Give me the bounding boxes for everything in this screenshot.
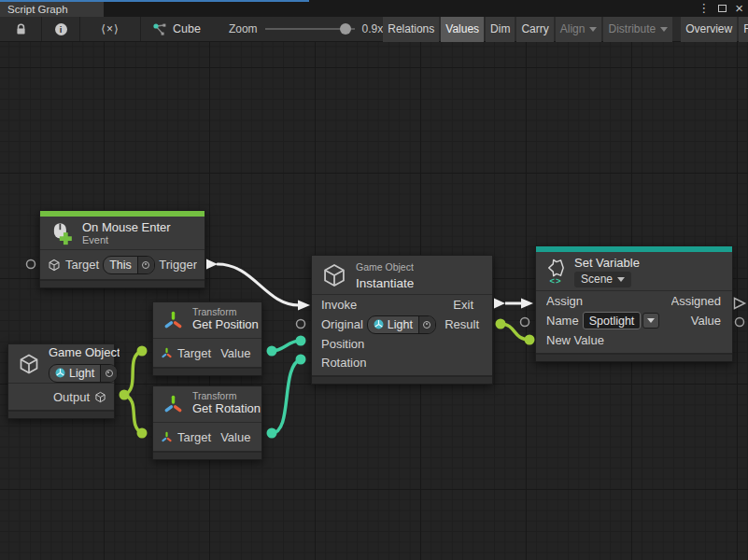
full-screen-button[interactable]: Full Screen [739,17,748,42]
name-port-label: Name [546,314,579,328]
mouse-enter-icon [49,221,74,245]
toolbar-separator [140,17,141,41]
scope-value: Scene [581,273,613,286]
node-get-position[interactable]: Transform Get Position Target Value [152,301,262,376]
node-on-mouse-enter[interactable]: On Mouse Enter Event Target This Trigger [39,210,205,288]
distribute-button[interactable]: Distribute [603,17,672,42]
zoom-value: 0.9x [362,22,384,35]
unity-variable-icon: <> [545,259,566,285]
window-controls: ⋮ × [698,1,743,16]
relations-button[interactable]: Relations [383,17,439,42]
trigger-port-label: Trigger [159,258,197,272]
zoom-control: Zoom 0.9x [229,22,383,35]
chevron-down-icon[interactable] [642,313,659,329]
object-picker-icon[interactable] [100,365,117,382]
node-category: Transform [192,306,259,317]
carry-button[interactable]: Carry [516,17,553,42]
node-title: Instantiate [356,276,414,290]
game-object-icon [18,353,40,375]
lock-icon [15,23,27,35]
graph-nodes-icon [152,22,167,36]
transform-icon [162,394,184,415]
node-footer [8,410,114,418]
node-subtitle: Event [82,234,171,245]
info-button[interactable]: i [42,17,79,41]
original-field-value: Light [388,318,413,331]
object-picker-icon[interactable] [418,316,435,333]
overview-button[interactable]: Overview [681,17,737,42]
variable-name-dropdown[interactable]: Spotlight [583,312,660,329]
transform-icon [162,310,184,331]
chevron-down-icon [660,27,668,32]
variable-scope-dropdown[interactable]: Scene [574,272,631,287]
game-object-icon [321,262,347,288]
game-object-icon [94,391,106,403]
unity-object-icon [374,319,384,329]
tab-bar: Script Graph ⋮ × [0,0,748,17]
new-value-port-label: New Value [546,333,604,347]
node-instantiate[interactable]: Game Object Instantiate Invoke Exit Orig… [311,255,493,385]
value-port-label: Value [691,314,721,328]
values-button[interactable]: Values [441,17,484,42]
result-port-label: Result [445,317,479,331]
node-set-variable[interactable]: <> Set Variable Scene Assign Assigned Na… [535,245,733,362]
rotation-port-label: Rotation [321,356,366,370]
script-graph-window: { "window": { "tab_title": "Script Graph… [0,0,748,560]
zoom-slider-handle[interactable] [340,23,351,35]
code-view-button[interactable]: ⟨×⟩ [80,17,140,41]
node-footer [153,451,261,459]
value-port-label: Value [220,430,250,444]
node-footer [153,367,261,375]
original-port-label: Original [321,317,363,331]
node-footer [536,353,732,361]
code-icon: ⟨×⟩ [101,22,119,35]
target-port-label: Target [65,258,99,272]
assigned-port-label: Assigned [671,294,721,308]
dim-button[interactable]: Dim [486,17,515,42]
original-object-field[interactable]: Light [367,315,436,334]
lock-button[interactable] [0,17,41,41]
position-port-label: Position [321,337,364,351]
zoom-slider[interactable] [265,28,355,30]
graph-toolbar: i ⟨×⟩ Cube Zoom 0.9x Relations Values Di… [0,17,748,42]
transform-icon [161,431,173,443]
output-port-label: Output [53,390,90,404]
chevron-down-icon [617,277,625,282]
graph-breadcrumb[interactable]: Cube [152,22,201,36]
node-title: Get Position [192,317,259,331]
node-get-rotation[interactable]: Transform Get Rotation Target Value [152,385,262,460]
game-object-icon [48,259,61,272]
info-icon: i [55,23,67,35]
exit-port-label: Exit [453,298,473,312]
transform-icon [161,347,173,359]
tab-title: Script Graph [7,4,68,15]
target-object-field[interactable]: This [103,256,155,274]
light-field-value: Light [69,367,94,380]
node-category: Transform [192,390,261,401]
node-footer [40,279,205,287]
node-title: On Mouse Enter [82,220,171,234]
assign-port-label: Assign [546,294,583,308]
menu-icon[interactable]: ⋮ [698,2,710,15]
tab-script-graph[interactable]: Script Graph [0,2,104,17]
node-category: Game Object [356,261,414,273]
unity-object-icon [55,368,65,378]
target-port-label: Target [177,430,211,444]
chevron-down-icon [589,27,597,32]
view-options-group: Relations Values Dim Carry Align Distrib… [383,17,748,42]
node-title: Set Variable [574,256,640,270]
maximize-icon[interactable] [718,5,727,12]
node-title: Game Object [49,345,120,359]
target-field-value: This [104,257,137,273]
variable-name-value: Spotlight [583,312,642,329]
light-object-field[interactable]: Light [49,364,118,383]
invoke-port-label: Invoke [321,298,357,312]
graph-name: Cube [173,22,201,35]
close-icon[interactable]: × [735,2,743,15]
object-picker-icon[interactable] [137,257,154,273]
align-button[interactable]: Align [556,17,602,42]
target-port-label: Target [177,346,211,360]
node-game-object-literal[interactable]: Game Object Light Output [7,343,115,419]
value-port-label: Value [220,346,250,360]
node-footer [312,375,492,384]
